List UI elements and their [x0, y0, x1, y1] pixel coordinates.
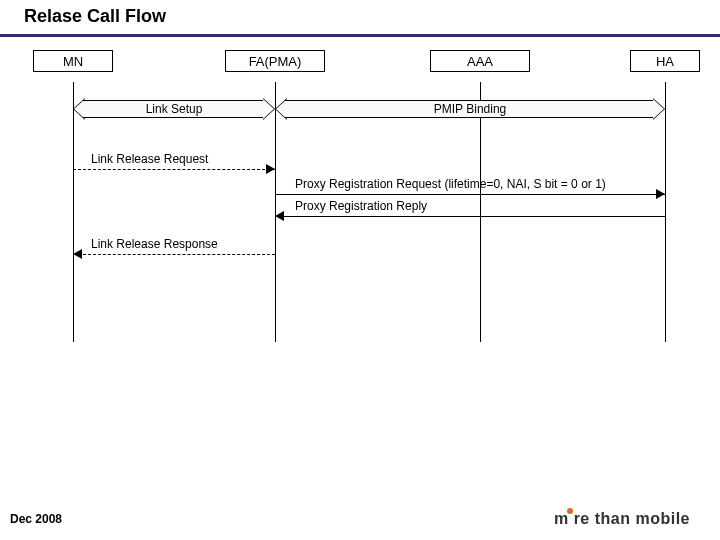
- block-pmip-binding-label: PMIP Binding: [275, 102, 665, 116]
- msg-link-release-response-label: Link Release Response: [91, 237, 218, 251]
- msg-link-release-request-label: Link Release Request: [91, 152, 208, 166]
- block-pmip-binding: PMIP Binding: [275, 100, 665, 118]
- footer-logo: m re than mobile: [554, 510, 690, 528]
- msg-link-release-request: Link Release Request: [73, 155, 275, 171]
- block-link-setup: Link Setup: [73, 100, 275, 118]
- actor-ha: HA: [630, 50, 700, 72]
- logo-rest: re than mobile: [574, 510, 690, 527]
- msg-proxy-reg-request-label: Proxy Registration Request (lifetime=0, …: [295, 177, 606, 191]
- logo-dot-icon: [567, 508, 573, 514]
- page-title: Relase Call Flow: [24, 6, 166, 27]
- footer-date: Dec 2008: [10, 512, 62, 526]
- lifeline-mn: [73, 82, 74, 342]
- actor-mn: MN: [33, 50, 113, 72]
- msg-proxy-reg-request: Proxy Registration Request (lifetime=0, …: [275, 180, 665, 196]
- sequence-diagram: MN FA(PMA) AAA HA Link Setup PMIP Bindin…: [0, 50, 720, 350]
- lifeline-ha: [665, 82, 666, 342]
- msg-link-release-response: Link Release Response: [73, 240, 275, 256]
- msg-proxy-reg-reply: Proxy Registration Reply: [275, 202, 665, 218]
- actor-aaa: AAA: [430, 50, 530, 72]
- title-underline: [0, 34, 720, 37]
- msg-proxy-reg-reply-label: Proxy Registration Reply: [295, 199, 427, 213]
- block-link-setup-label: Link Setup: [73, 102, 275, 116]
- actor-fa: FA(PMA): [225, 50, 325, 72]
